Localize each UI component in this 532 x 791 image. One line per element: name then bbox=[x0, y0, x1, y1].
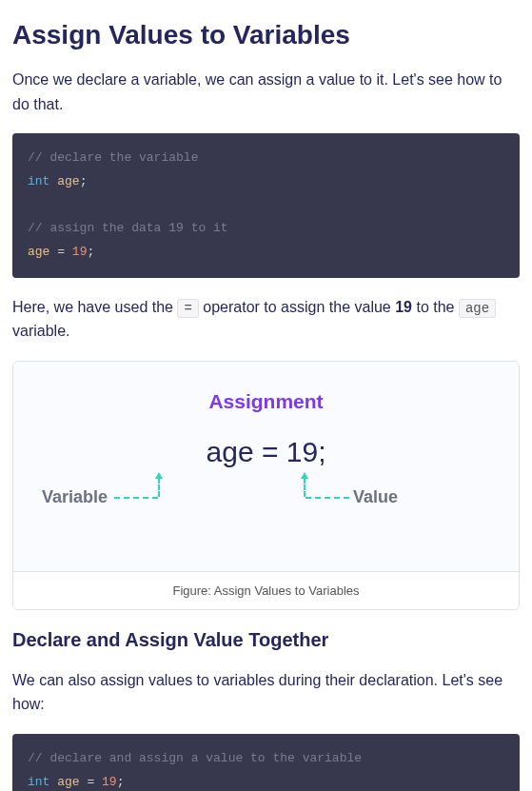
text-fragment: Here, we have used the bbox=[12, 299, 177, 315]
code-variable: age bbox=[49, 775, 87, 789]
figure-title: Assignment bbox=[32, 390, 500, 413]
code-block-1: // declare the variable int age; // assi… bbox=[12, 133, 520, 277]
code-block-2: // declare and assign a value to the var… bbox=[12, 734, 520, 791]
code-punct: = bbox=[87, 775, 102, 789]
code-punct: ; bbox=[80, 174, 88, 188]
figure-caption: Figure: Assign Values to Variables bbox=[13, 571, 519, 609]
code-number: 19 bbox=[102, 775, 117, 789]
figure-body: Assignment age = 19; Variable Value bbox=[13, 362, 519, 571]
code-number: 19 bbox=[72, 245, 88, 259]
text-fragment: variable. bbox=[12, 323, 69, 339]
text-fragment: to the bbox=[412, 299, 459, 315]
code-punct: ; bbox=[117, 775, 125, 789]
page-heading: Assign Values to Variables bbox=[12, 20, 520, 50]
inline-code-operator: = bbox=[177, 299, 198, 318]
label-variable: Variable bbox=[42, 487, 108, 507]
code-comment: // assign the data 19 to it bbox=[28, 221, 228, 235]
figure-diagram: Variable Value bbox=[32, 478, 500, 535]
text-fragment: operator to assign the value bbox=[199, 299, 395, 315]
intro-paragraph: Once we declare a variable, we can assig… bbox=[12, 68, 520, 116]
inline-code-variable: age bbox=[459, 299, 496, 318]
code-comment: // declare and assign a value to the var… bbox=[28, 751, 362, 765]
code-variable: age bbox=[28, 245, 57, 259]
code-punct: ; bbox=[87, 245, 94, 259]
paragraph-2: We can also assign values to variables d… bbox=[12, 668, 520, 717]
section-heading-2: Declare and Assign Value Together bbox=[12, 629, 520, 651]
arrow-value: Value bbox=[304, 478, 305, 497]
code-keyword: int bbox=[28, 775, 49, 789]
arrow-variable: Variable bbox=[158, 478, 160, 497]
paragraph-1: Here, we have used the = operator to ass… bbox=[12, 295, 520, 344]
figure-container: Assignment age = 19; Variable Value Figu… bbox=[12, 361, 520, 610]
label-value: Value bbox=[353, 487, 398, 507]
arrowhead-icon bbox=[155, 472, 163, 479]
code-comment: // declare the variable bbox=[28, 150, 198, 165]
code-punct: = bbox=[57, 245, 72, 259]
text-strong: 19 bbox=[395, 299, 412, 315]
figure-expression: age = 19; bbox=[207, 436, 326, 468]
code-keyword: int bbox=[28, 174, 49, 188]
code-variable: age bbox=[49, 174, 79, 188]
arrowhead-icon bbox=[301, 472, 308, 479]
